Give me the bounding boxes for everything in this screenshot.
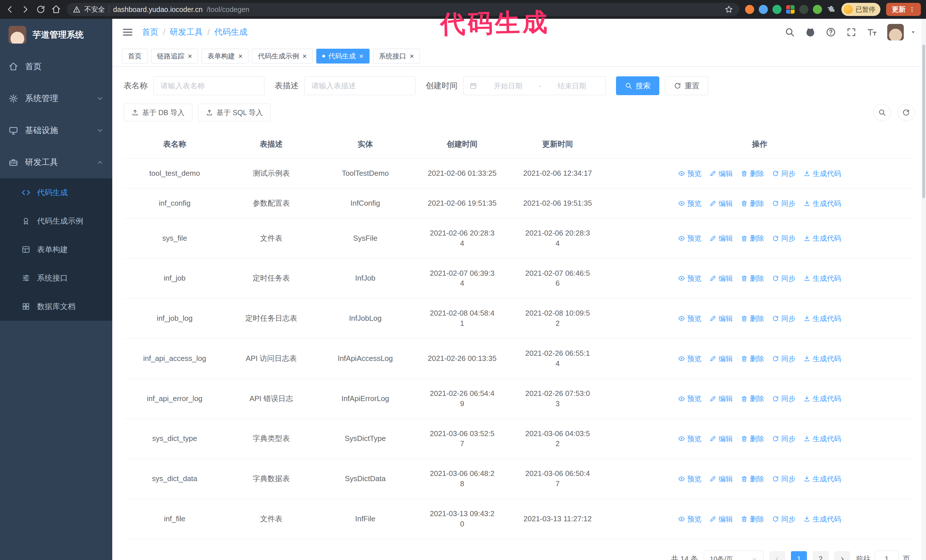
search-button[interactable]: 搜索 [616,76,659,95]
refresh-table-button[interactable] [897,104,915,121]
sync-link[interactable]: 同步 [772,354,796,364]
bookmark-star-icon[interactable] [725,5,733,14]
close-icon[interactable]: × [188,53,192,60]
sync-link[interactable]: 同步 [772,514,796,524]
sidebar-item-system-api[interactable]: 系统接口 [0,264,112,292]
table-name-input[interactable] [153,76,265,95]
browser-back-icon[interactable] [5,5,15,14]
delete-link[interactable]: 删除 [741,394,764,404]
page-number-2[interactable]: 2 [813,551,829,560]
delete-link[interactable]: 删除 [741,273,764,284]
browser-home-icon[interactable] [51,5,61,14]
sync-link[interactable]: 同步 [772,169,796,179]
edit-link[interactable]: 编辑 [710,434,733,444]
page-number-1[interactable]: 1 [791,551,807,560]
delete-link[interactable]: 删除 [741,474,764,484]
preview-link[interactable]: 预览 [678,233,702,243]
sync-link[interactable]: 同步 [772,199,796,208]
extension-icon-3[interactable] [772,5,782,14]
close-icon[interactable]: × [410,53,414,60]
date-range-picker[interactable]: 开始日期 - 结束日期 [463,76,606,95]
tab-codegen[interactable]: 代码生成 × [316,49,369,63]
sidebar-item-form-builder[interactable]: 表单构建 [0,235,112,264]
app-logo-row[interactable]: 芋道管理系统 [0,19,112,51]
generate-code-link[interactable]: 生成代码 [803,233,841,243]
chevron-down-icon[interactable] [910,29,916,35]
preview-link[interactable]: 预览 [678,354,702,364]
generate-code-link[interactable]: 生成代码 [803,434,841,444]
extension-icon-2[interactable] [759,5,768,14]
font-size-icon[interactable] [867,27,877,37]
delete-link[interactable]: 删除 [741,169,764,179]
sidebar-item-home[interactable]: 首页 [0,51,112,83]
scrollbar-thumb[interactable] [922,44,925,198]
extensions-puzzle-icon[interactable] [826,5,836,14]
generate-code-link[interactable]: 生成代码 [803,514,841,524]
generate-code-link[interactable]: 生成代码 [803,394,841,404]
extension-icon-1[interactable] [745,5,754,14]
delete-link[interactable]: 删除 [741,354,764,364]
tab-trace[interactable]: 链路追踪 × [151,49,198,63]
avatar[interactable] [887,24,904,41]
tab-codegen-example[interactable]: 代码生成示例 × [252,49,313,63]
edit-link[interactable]: 编辑 [710,169,733,179]
delete-link[interactable]: 删除 [741,233,764,243]
sync-link[interactable]: 同步 [772,273,796,284]
generate-code-link[interactable]: 生成代码 [803,199,841,208]
extension-icon-5[interactable] [799,5,808,14]
update-button[interactable]: 更新 [886,3,921,16]
preview-link[interactable]: 预览 [678,314,702,324]
preview-link[interactable]: 预览 [678,199,702,208]
extension-icon-6[interactable] [813,5,822,14]
sync-link[interactable]: 同步 [772,394,796,404]
generate-code-link[interactable]: 生成代码 [803,354,841,364]
toggle-search-button[interactable] [873,104,891,121]
sidebar-item-system[interactable]: 系统管理 [0,83,112,115]
breadcrumb-devtools[interactable]: 研发工具 [170,27,203,38]
browser-forward-icon[interactable] [21,5,30,14]
table-desc-input[interactable] [304,76,415,95]
edit-link[interactable]: 编辑 [710,474,733,484]
sidebar-item-db-doc[interactable]: 数据库文档 [0,292,112,321]
generate-code-link[interactable]: 生成代码 [803,273,841,284]
delete-link[interactable]: 删除 [741,314,764,324]
sync-link[interactable]: 同步 [772,314,796,324]
address-bar[interactable]: 不安全 dashboard.yudao.iocoder.cn /tool/cod… [67,3,739,16]
close-icon[interactable]: × [359,53,363,60]
fullscreen-icon[interactable] [846,27,856,37]
generate-code-link[interactable]: 生成代码 [803,474,841,484]
reset-button[interactable]: 重置 [665,76,708,95]
profile-paused-chip[interactable]: 已暂停 [841,3,881,16]
edit-link[interactable]: 编辑 [710,354,733,364]
preview-link[interactable]: 预览 [678,434,702,444]
browser-reload-icon[interactable] [36,5,45,14]
preview-link[interactable]: 预览 [678,514,702,524]
generate-code-link[interactable]: 生成代码 [803,314,841,324]
delete-link[interactable]: 删除 [741,514,764,524]
tab-form-builder[interactable]: 表单构建 × [201,49,248,63]
generate-code-link[interactable]: 生成代码 [803,169,841,179]
edit-link[interactable]: 编辑 [710,233,733,243]
sidebar-item-codegen[interactable]: 代码生成 [0,178,112,207]
delete-link[interactable]: 删除 [741,199,764,208]
preview-link[interactable]: 预览 [678,474,702,484]
edit-link[interactable]: 编辑 [710,314,733,324]
preview-link[interactable]: 预览 [678,169,702,179]
preview-link[interactable]: 预览 [678,394,702,404]
browser-menu-icon[interactable] [909,6,915,12]
preview-link[interactable]: 预览 [678,273,702,284]
tab-home[interactable]: 首页 [122,49,148,63]
close-icon[interactable]: × [238,53,242,60]
sync-link[interactable]: 同步 [772,434,796,444]
next-page-button[interactable] [834,551,850,560]
goto-page-input[interactable] [875,551,899,560]
prev-page-button[interactable] [769,551,785,560]
github-icon[interactable] [805,27,816,37]
sync-link[interactable]: 同步 [772,233,796,243]
hamburger-icon[interactable] [122,27,133,38]
page-size-select[interactable]: 10条/页 [704,551,764,560]
breadcrumb-home[interactable]: 首页 [142,27,159,38]
extension-icon-4[interactable] [786,5,794,14]
edit-link[interactable]: 编辑 [710,394,733,404]
edit-link[interactable]: 编辑 [710,273,733,284]
